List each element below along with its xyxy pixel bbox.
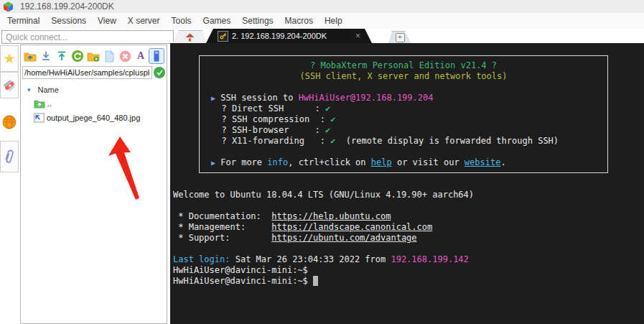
terminal-line: * Management: https://landscape.canonica… (173, 222, 644, 233)
terminal-line: * Support: https://ubuntu.com/advantage (173, 233, 644, 244)
sort-arrow-icon: ▾ (27, 86, 31, 93)
new-file-icon (104, 50, 115, 63)
download-button[interactable] (39, 49, 53, 63)
file-toolbar: A (21, 45, 167, 66)
menu-terminal[interactable]: Terminal (1, 16, 45, 26)
menu-view[interactable]: View (92, 16, 122, 26)
tab-home[interactable] (172, 30, 207, 44)
tab-row: 2. 192.168.199.204-200DK × + (0, 29, 644, 43)
terminal-line: ? SSH-browser : ✔ (211, 125, 607, 136)
terminal-line (173, 244, 644, 254)
menu-bar: Terminal Sessions View X server Tools Ga… (0, 13, 644, 29)
menu-sessions[interactable]: Sessions (45, 16, 92, 26)
window-title: 192.168.199.204-200DK (20, 1, 114, 11)
folder-up-icon (34, 98, 45, 108)
red-arrow-annotation (101, 135, 151, 201)
tab-close-icon[interactable]: × (355, 31, 360, 41)
terminal-line: ? SSH compression : ✔ (211, 114, 607, 125)
left-sidebar: ★ (0, 45, 19, 324)
globe-icon (2, 115, 17, 129)
file-name: .. (47, 99, 52, 108)
tab-active-session[interactable]: 2. 192.168.199.204-200DK × (206, 29, 372, 43)
terminal-line: Last login: Sat Mar 26 23:04:33 2022 fro… (173, 254, 644, 265)
sidebar-item-attachments[interactable] (0, 141, 19, 172)
file-name: output_jpege_640_480.jpg (47, 114, 140, 122)
sidebar-item-web[interactable] (0, 109, 19, 135)
upload-icon (56, 50, 67, 62)
rename-icon: A (137, 50, 144, 62)
terminal-line: ▶ For more info, ctrl+click on help or v… (211, 157, 607, 168)
home-icon (185, 33, 195, 42)
terminal-line (173, 179, 644, 190)
menu-tools[interactable]: Tools (166, 16, 197, 26)
sidebar-item-sessions[interactable]: ★ (0, 45, 19, 72)
refresh-icon (71, 50, 84, 63)
terminal-line: (SSH client, X server and network tools) (211, 71, 607, 82)
terminal-line: ? Direct SSH : ✔ (211, 103, 607, 114)
sidebar-item-tools[interactable] (0, 72, 19, 98)
terminal-line: * Documentation: https://help.ubuntu.com (173, 211, 644, 222)
terminal-output: Welcome to Ubuntu 18.04.4 LTS (GNU/Linux… (173, 179, 644, 287)
terminal-line (173, 200, 644, 211)
rename-button[interactable]: A (134, 49, 148, 63)
terminal-line: HwHiAiUser@davinci-mini:~$ (173, 265, 644, 276)
follow-terminal-folder-icon (151, 50, 162, 63)
menu-settings[interactable]: Settings (236, 16, 279, 26)
parent-folder-button[interactable] (23, 49, 37, 63)
delete-button[interactable] (118, 49, 132, 63)
refresh-button[interactable] (70, 49, 85, 63)
terminal-line: HwHiAiUser@davinci-mini:~$ (173, 276, 644, 287)
download-icon (40, 50, 52, 62)
upload-button[interactable] (55, 49, 69, 63)
file-list-header[interactable]: ▾ Name (21, 85, 167, 94)
column-header-name: Name (38, 85, 59, 94)
image-file-icon (34, 113, 45, 123)
go-confirm-button[interactable] (154, 67, 165, 78)
terminal-line: Welcome to Ubuntu 18.04.4 LTS (GNU/Linux… (173, 190, 644, 200)
new-folder-icon (87, 50, 100, 62)
mobaxterm-banner-box: ? MobaXterm Personal Edition v21.4 ?(SSH… (199, 55, 608, 173)
quick-connect-input[interactable] (1, 30, 174, 44)
new-file-button[interactable] (102, 49, 116, 63)
check-icon (157, 70, 163, 75)
new-folder-button[interactable] (86, 49, 101, 63)
delete-icon (119, 50, 131, 63)
follow-terminal-folder-toggle[interactable] (149, 49, 164, 63)
mobaxterm-logo-icon (3, 1, 14, 12)
menu-macros[interactable]: Macros (279, 16, 319, 26)
terminal-line: ? X11-forwarding : ✔ (remote display is … (211, 136, 607, 147)
tab-label: 2. 192.168.199.204-200DK (232, 32, 350, 40)
plus-icon: + (396, 33, 405, 42)
terminal-line: ? MobaXterm Personal Edition v21.4 ? (211, 60, 607, 71)
terminal-line: ▶ SSH session to HwHiAiUser@192.168.199.… (211, 93, 607, 103)
parent-folder-icon (24, 50, 37, 62)
terminal-line (211, 147, 607, 157)
window-titlebar: 192.168.199.204-200DK (0, 0, 644, 13)
star-icon: ★ (3, 52, 15, 65)
file-row-image[interactable]: output_jpege_640_480.jpg (21, 113, 167, 123)
remote-path-input[interactable] (22, 66, 152, 79)
file-row-parent[interactable]: .. (21, 98, 167, 108)
path-row (21, 66, 167, 79)
swiss-knife-icon (2, 78, 17, 93)
terminal-area[interactable]: ? MobaXterm Personal Edition v21.4 ?(SSH… (170, 43, 644, 324)
new-tab-button[interactable]: + (388, 31, 411, 44)
terminal-line (211, 82, 607, 93)
paperclip-icon (2, 148, 17, 165)
key-icon (218, 31, 228, 42)
menu-help[interactable]: Help (319, 16, 348, 26)
menu-games[interactable]: Games (197, 16, 237, 26)
menu-x-server[interactable]: X server (122, 16, 166, 26)
